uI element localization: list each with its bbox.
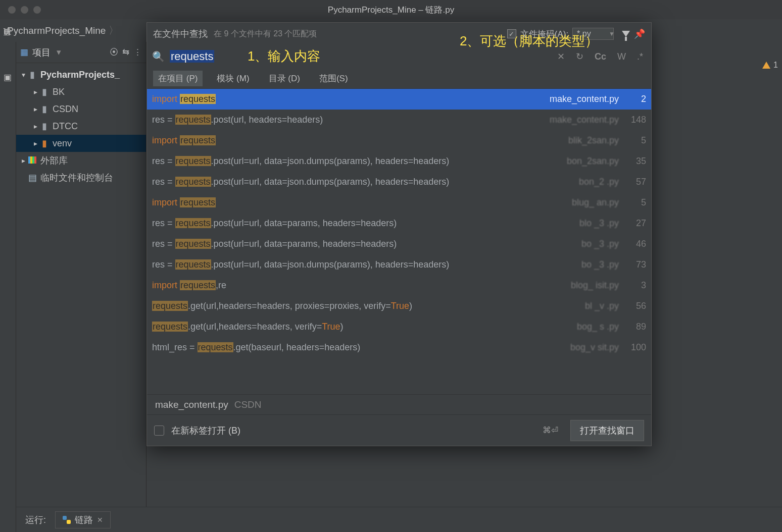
result-row[interactable]: requests.get(url,headers=headers, proxie… — [147, 296, 651, 316]
run-tool-bar: 运行: 链路 ✕ — [16, 507, 782, 532]
find-in-files-popup: 在文件中查找 在 9 个文件中有 23 个匹配项 ✓ 文件掩码(A): *.py… — [146, 22, 652, 446]
file-mask-label: 文件掩码(A): — [520, 28, 568, 40]
match-case-toggle[interactable]: Cc — [592, 51, 609, 62]
sidebar-toolbar: ▦ 项目 ▾ ⦿ ⇆ ⋮ — [16, 42, 146, 63]
find-stats: 在 9 个文件中有 23 个匹配项 — [214, 29, 317, 39]
result-row[interactable]: res = requests.post(url=url, data=json.d… — [147, 151, 651, 172]
filter-icon[interactable] — [622, 31, 630, 37]
titlebar: PycharmProjects_Mine – 链路.py — [0, 0, 782, 19]
open-in-new-tab-label: 在新标签打开 (B) — [171, 424, 240, 437]
result-row[interactable]: html_res = requests.get(baseurl, headers… — [147, 337, 651, 358]
run-tab-label: 链路 — [75, 514, 93, 526]
search-row: 🔍 requests ✕ ↻ Cc W .* — [147, 45, 651, 68]
preview-file: make_content.py — [155, 399, 228, 410]
breadcrumb-root[interactable]: PycharmProjects_Mine — [7, 25, 106, 36]
clear-search-icon[interactable]: ✕ — [554, 51, 568, 62]
tree-node-csdn[interactable]: ▸▮ CSDN — [16, 100, 146, 118]
search-icon: 🔍 — [152, 50, 165, 63]
minimize-dot[interactable] — [21, 6, 28, 14]
sidebar-title[interactable]: 项目 — [32, 46, 51, 59]
run-tab[interactable]: 链路 ✕ — [55, 511, 111, 528]
result-row[interactable]: import requestsmake_content.py2 — [147, 89, 651, 110]
open-find-window-button[interactable]: 打开查找窗口 — [570, 420, 644, 441]
find-header: 在文件中查找 在 9 个文件中有 23 个匹配项 ✓ 文件掩码(A): *.py… — [147, 23, 651, 45]
result-row[interactable]: import requestsblug_ an.py5 — [147, 192, 651, 213]
close-dot[interactable] — [8, 6, 16, 14]
tree-node-venv[interactable]: ▸▮ venv — [16, 135, 146, 152]
external-libs-icon — [28, 156, 36, 164]
collapse-all-icon[interactable]: ⋮ — [133, 47, 142, 58]
preview-path: make_content.py CSDN — [147, 394, 651, 414]
project-sidebar: ▦ 项目 ▾ ⦿ ⇆ ⋮ ▾▮ PycharmProjects_ ▸▮ BK ▸… — [16, 42, 146, 532]
window-controls[interactable] — [0, 6, 41, 14]
result-row[interactable]: res = requests.post(url=url, data=json.d… — [147, 172, 651, 192]
result-row[interactable]: res = requests.post(url=url, data=params… — [147, 234, 651, 254]
find-footer: 在新标签打开 (B) ⌘⏎ 打开查找窗口 — [147, 414, 651, 446]
scope-directory[interactable]: 目录 (D) — [264, 71, 305, 86]
breadcrumb[interactable]: PycharmProjects_Mine 〉 — [7, 24, 122, 37]
warning-icon — [762, 62, 770, 69]
locate-icon[interactable]: ⦿ — [110, 47, 118, 58]
tree-node-dtcc[interactable]: ▸▮ DTCC — [16, 118, 146, 135]
window-title: PycharmProjects_Mine – 链路.py — [0, 4, 782, 16]
tree-label: 临时文件和控制台 — [40, 172, 113, 184]
results-list[interactable]: import requestsmake_content.py2res = req… — [147, 88, 651, 394]
scope-project[interactable]: 在项目 (P) — [153, 71, 203, 86]
structure-tool-icon[interactable]: ▣ — [4, 72, 12, 83]
open-shortcut: ⌘⏎ — [543, 425, 558, 436]
tree-node-bk[interactable]: ▸▮ BK — [16, 83, 146, 100]
words-toggle[interactable]: W — [614, 51, 629, 62]
tree-label: DTCC — [53, 121, 78, 132]
pin-icon[interactable]: 📌 — [634, 28, 645, 39]
tree-label: CSDN — [53, 104, 78, 115]
scope-scope[interactable]: 范围(S) — [314, 71, 353, 86]
inspection-warning-badge[interactable]: 1 — [762, 61, 778, 70]
project-tool-label[interactable]: 项目 — [2, 42, 13, 47]
zoom-dot[interactable] — [33, 6, 41, 14]
search-query-text: requests — [170, 50, 214, 63]
history-icon[interactable]: ↻ — [573, 51, 586, 62]
search-input[interactable]: requests — [170, 50, 549, 63]
python-icon — [63, 516, 71, 524]
result-row[interactable]: import requests,reblog_ isit.py3 — [147, 275, 651, 296]
mask-dropdown-icon[interactable]: ▼ — [609, 30, 615, 37]
file-mask-input[interactable]: *.py — [572, 28, 614, 40]
run-label: 运行: — [25, 514, 46, 526]
left-tool-strip: 项目 ▣ — [0, 42, 16, 532]
tree-label: 外部库 — [40, 154, 68, 167]
view-mode-dropdown-icon[interactable]: ▾ — [57, 47, 61, 58]
scope-tabs: 在项目 (P) 模块 (M) 目录 (D) 范围(S) — [147, 68, 651, 88]
result-row[interactable]: import requestsblik_2san.py5 — [147, 130, 651, 151]
preview-dir: CSDN — [234, 399, 262, 410]
project-view-icon: ▦ — [20, 47, 28, 58]
project-tree[interactable]: ▾▮ PycharmProjects_ ▸▮ BK ▸▮ CSDN ▸▮ DTC… — [16, 63, 146, 186]
open-in-new-tab-checkbox[interactable] — [154, 425, 164, 436]
tree-root[interactable]: ▾▮ PycharmProjects_ — [16, 66, 146, 83]
warning-count: 1 — [773, 61, 778, 70]
result-row[interactable]: res = requests.post(url=url, data=params… — [147, 213, 651, 234]
tree-label: venv — [53, 138, 72, 149]
result-row[interactable]: requests.get(url,headers=headers, verify… — [147, 316, 651, 337]
breadcrumb-sep: 〉 — [109, 24, 119, 37]
tree-root-label: PycharmProjects_ — [40, 70, 120, 80]
find-title: 在文件中查找 — [153, 28, 208, 40]
file-mask-checkbox[interactable]: ✓ — [507, 29, 516, 38]
tree-label: BK — [53, 87, 65, 97]
tree-scratches[interactable]: ▤ 临时文件和控制台 — [16, 169, 146, 186]
result-row[interactable]: res = requests.post(url=url, data=json.d… — [147, 254, 651, 275]
expand-all-icon[interactable]: ⇆ — [122, 47, 129, 58]
tree-external-libs[interactable]: ▸ 外部库 — [16, 152, 146, 169]
close-tab-icon[interactable]: ✕ — [97, 516, 103, 524]
result-row[interactable]: res = requests.post(url, headers=headers… — [147, 110, 651, 130]
regex-toggle[interactable]: .* — [634, 51, 646, 62]
scope-module[interactable]: 模块 (M) — [212, 71, 254, 86]
